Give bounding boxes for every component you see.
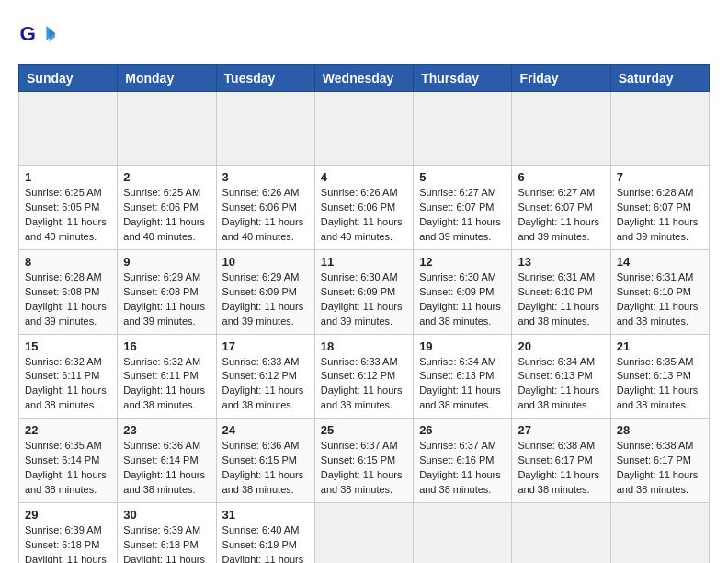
calendar-week-row [19, 92, 710, 166]
day-number: 16 [123, 339, 210, 353]
day-info: Sunrise: 6:39 AM Sunset: 6:18 PM Dayligh… [123, 523, 210, 563]
day-number: 29 [25, 508, 111, 522]
day-info: Sunrise: 6:35 AM Sunset: 6:13 PM Dayligh… [617, 355, 703, 414]
day-number: 12 [419, 255, 506, 269]
day-info: Sunrise: 6:34 AM Sunset: 6:13 PM Dayligh… [518, 355, 604, 414]
calendar-cell: 8 Sunrise: 6:28 AM Sunset: 6:08 PM Dayli… [19, 249, 118, 334]
calendar-cell: 13 Sunrise: 6:31 AM Sunset: 6:10 PM Dayl… [512, 249, 610, 334]
day-info: Sunrise: 6:27 AM Sunset: 6:07 PM Dayligh… [518, 186, 604, 245]
day-info: Sunrise: 6:32 AM Sunset: 6:11 PM Dayligh… [123, 355, 210, 414]
calendar-cell: 10 Sunrise: 6:29 AM Sunset: 6:09 PM Dayl… [216, 249, 314, 334]
calendar-cell [314, 92, 413, 166]
calendar-cell [610, 503, 709, 564]
day-info: Sunrise: 6:30 AM Sunset: 6:09 PM Dayligh… [419, 270, 506, 329]
day-number: 6 [518, 170, 604, 184]
day-info: Sunrise: 6:37 AM Sunset: 6:15 PM Dayligh… [321, 439, 407, 498]
calendar-cell: 28 Sunrise: 6:38 AM Sunset: 6:17 PM Dayl… [610, 419, 709, 503]
day-number: 9 [123, 255, 210, 269]
calendar-cell: 17 Sunrise: 6:33 AM Sunset: 6:12 PM Dayl… [216, 334, 314, 419]
calendar-cell: 16 Sunrise: 6:32 AM Sunset: 6:11 PM Dayl… [118, 334, 216, 419]
day-info: Sunrise: 6:26 AM Sunset: 6:06 PM Dayligh… [321, 186, 407, 245]
calendar-cell: 19 Sunrise: 6:34 AM Sunset: 6:13 PM Dayl… [414, 334, 512, 419]
calendar-cell: 20 Sunrise: 6:34 AM Sunset: 6:13 PM Dayl… [512, 334, 610, 419]
header-monday: Monday [118, 65, 216, 92]
day-number: 24 [222, 423, 309, 437]
page-header: G [18, 18, 710, 55]
calendar-cell [512, 503, 610, 564]
calendar-cell: 4 Sunrise: 6:26 AM Sunset: 6:06 PM Dayli… [314, 166, 413, 250]
day-number: 23 [123, 423, 210, 437]
day-info: Sunrise: 6:36 AM Sunset: 6:15 PM Dayligh… [222, 439, 309, 498]
calendar-cell: 25 Sunrise: 6:37 AM Sunset: 6:15 PM Dayl… [314, 419, 413, 503]
day-info: Sunrise: 6:38 AM Sunset: 6:17 PM Dayligh… [617, 439, 703, 498]
calendar-table: SundayMondayTuesdayWednesdayThursdayFrid… [18, 64, 710, 563]
day-number: 13 [518, 255, 604, 269]
calendar-week-row: 22 Sunrise: 6:35 AM Sunset: 6:14 PM Dayl… [19, 419, 710, 503]
day-info: Sunrise: 6:36 AM Sunset: 6:14 PM Dayligh… [123, 439, 210, 498]
calendar-cell [216, 92, 314, 166]
header-wednesday: Wednesday [314, 65, 413, 92]
day-number: 11 [321, 255, 407, 269]
calendar-cell: 5 Sunrise: 6:27 AM Sunset: 6:07 PM Dayli… [414, 166, 512, 250]
calendar-week-row: 1 Sunrise: 6:25 AM Sunset: 6:05 PM Dayli… [19, 166, 710, 250]
day-number: 20 [518, 339, 604, 353]
header-thursday: Thursday [414, 65, 512, 92]
day-info: Sunrise: 6:31 AM Sunset: 6:10 PM Dayligh… [617, 270, 703, 329]
calendar-cell: 11 Sunrise: 6:30 AM Sunset: 6:09 PM Dayl… [314, 249, 413, 334]
day-number: 30 [123, 508, 210, 522]
calendar-cell: 3 Sunrise: 6:26 AM Sunset: 6:06 PM Dayli… [216, 166, 314, 250]
day-info: Sunrise: 6:32 AM Sunset: 6:11 PM Dayligh… [25, 355, 111, 414]
calendar-cell [118, 92, 216, 166]
calendar-cell: 6 Sunrise: 6:27 AM Sunset: 6:07 PM Dayli… [512, 166, 610, 250]
day-number: 22 [25, 423, 111, 437]
calendar-cell [610, 92, 709, 166]
logo: G [18, 18, 59, 55]
day-number: 14 [617, 255, 703, 269]
svg-marker-2 [50, 29, 55, 42]
calendar-cell: 23 Sunrise: 6:36 AM Sunset: 6:14 PM Dayl… [118, 419, 216, 503]
calendar-cell: 29 Sunrise: 6:39 AM Sunset: 6:18 PM Dayl… [19, 503, 118, 564]
day-info: Sunrise: 6:28 AM Sunset: 6:07 PM Dayligh… [617, 186, 703, 245]
calendar-cell [414, 92, 512, 166]
calendar-cell: 27 Sunrise: 6:38 AM Sunset: 6:17 PM Dayl… [512, 419, 610, 503]
svg-text:G: G [20, 22, 36, 45]
day-info: Sunrise: 6:37 AM Sunset: 6:16 PM Dayligh… [419, 439, 506, 498]
day-number: 31 [222, 508, 309, 522]
header-tuesday: Tuesday [216, 65, 314, 92]
calendar-cell: 7 Sunrise: 6:28 AM Sunset: 6:07 PM Dayli… [610, 166, 709, 250]
day-info: Sunrise: 6:30 AM Sunset: 6:09 PM Dayligh… [321, 270, 407, 329]
calendar-cell: 14 Sunrise: 6:31 AM Sunset: 6:10 PM Dayl… [610, 249, 709, 334]
day-info: Sunrise: 6:39 AM Sunset: 6:18 PM Dayligh… [25, 523, 111, 563]
day-number: 8 [25, 255, 111, 269]
calendar-cell: 12 Sunrise: 6:30 AM Sunset: 6:09 PM Dayl… [414, 249, 512, 334]
day-info: Sunrise: 6:31 AM Sunset: 6:10 PM Dayligh… [518, 270, 604, 329]
calendar-cell: 26 Sunrise: 6:37 AM Sunset: 6:16 PM Dayl… [414, 419, 512, 503]
calendar-week-row: 15 Sunrise: 6:32 AM Sunset: 6:11 PM Dayl… [19, 334, 710, 419]
calendar-week-row: 29 Sunrise: 6:39 AM Sunset: 6:18 PM Dayl… [19, 503, 710, 564]
calendar-cell: 2 Sunrise: 6:25 AM Sunset: 6:06 PM Dayli… [118, 166, 216, 250]
day-info: Sunrise: 6:25 AM Sunset: 6:06 PM Dayligh… [123, 186, 210, 245]
calendar-cell: 31 Sunrise: 6:40 AM Sunset: 6:19 PM Dayl… [216, 503, 314, 564]
calendar-header-row: SundayMondayTuesdayWednesdayThursdayFrid… [19, 65, 710, 92]
header-sunday: Sunday [19, 65, 118, 92]
calendar-cell [414, 503, 512, 564]
day-info: Sunrise: 6:28 AM Sunset: 6:08 PM Dayligh… [25, 270, 111, 329]
calendar-cell: 21 Sunrise: 6:35 AM Sunset: 6:13 PM Dayl… [610, 334, 709, 419]
day-info: Sunrise: 6:29 AM Sunset: 6:08 PM Dayligh… [123, 270, 210, 329]
calendar-cell: 24 Sunrise: 6:36 AM Sunset: 6:15 PM Dayl… [216, 419, 314, 503]
day-number: 19 [419, 339, 506, 353]
calendar-cell: 30 Sunrise: 6:39 AM Sunset: 6:18 PM Dayl… [118, 503, 216, 564]
day-number: 26 [419, 423, 506, 437]
calendar-cell: 1 Sunrise: 6:25 AM Sunset: 6:05 PM Dayli… [19, 166, 118, 250]
day-info: Sunrise: 6:26 AM Sunset: 6:06 PM Dayligh… [222, 186, 309, 245]
day-info: Sunrise: 6:29 AM Sunset: 6:09 PM Dayligh… [222, 270, 309, 329]
day-number: 4 [321, 170, 407, 184]
day-number: 10 [222, 255, 309, 269]
day-number: 27 [518, 423, 604, 437]
calendar-week-row: 8 Sunrise: 6:28 AM Sunset: 6:08 PM Dayli… [19, 249, 710, 334]
day-number: 7 [617, 170, 703, 184]
day-number: 15 [25, 339, 111, 353]
header-friday: Friday [512, 65, 610, 92]
day-number: 21 [617, 339, 703, 353]
day-number: 18 [321, 339, 407, 353]
